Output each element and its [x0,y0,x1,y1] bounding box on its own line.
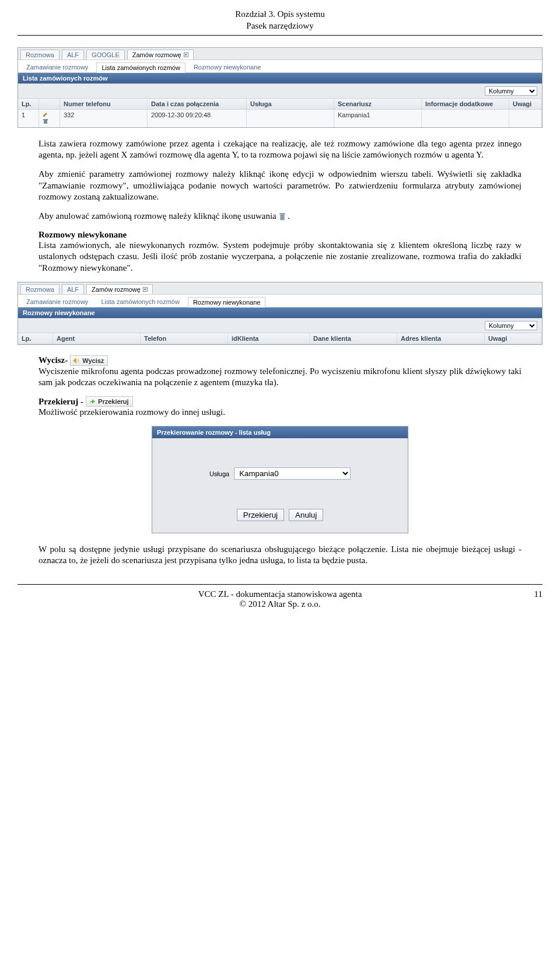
trash-icon[interactable] [43,118,48,124]
sub-tabs: Zamawianie rozmowy Lista zamówionych roz… [18,60,542,73]
paragraph: W polu są dostępne jedynie usługi przypi… [38,544,522,566]
dialog-przekierowanie: Przekierowanie rozmowy - lista usług Usł… [152,426,408,533]
przekieruj-button[interactable]: Przekieruj [237,509,284,521]
main-tabs: Rozmowa ALF GOOGLE Zamów rozmowę × [18,48,542,60]
subtab-niewykonane[interactable]: Rozmowy niewykonane [188,297,266,308]
table-row[interactable]: 1 332 2009-12-30 09:20:48 Kampania1 [18,110,542,127]
paragraph: Możliwość przekierowania rozmowy do inne… [38,407,522,418]
dialog-title: Przekierowanie rozmowy - lista usług [152,427,408,438]
edit-icon[interactable] [43,111,48,117]
tab-alf[interactable]: ALF [62,50,84,60]
paragraph: Aby zmienić parametry zamówionej rozmowy… [38,169,522,202]
subtab-zamawianie[interactable]: Zamawianie rozmowy [22,62,93,72]
page-header: Rozdział 3. Opis systemu Pasek narzędzio… [18,0,542,36]
tab-google[interactable]: GOOGLE [86,50,125,60]
trash-icon [279,212,286,221]
rozmowy-niewykonane-h: Rozmowy niewykonane [38,230,522,240]
table-header: Lp. Agent Telefon idKlienta Dane klienta… [18,333,542,344]
wycisz-button[interactable]: Wycisz [70,355,108,366]
usluga-select[interactable]: Kampania0 [234,467,351,480]
paragraph: Aby anulować zamówioną rozmowę należy kl… [38,211,522,222]
anuluj-button[interactable]: Anuluj [289,509,323,521]
subtab-zamawianie[interactable]: Zamawianie rozmowy [22,297,93,307]
subtab-lista[interactable]: Lista zamówionych rozmów [96,62,186,73]
panel-title: Rozmowy niewykonane [18,308,542,318]
sub-tabs: Zamawianie rozmowy Lista zamówionych roz… [18,294,542,308]
main-tabs: Rozmowa ALF Zamów rozmowę × [18,282,542,294]
svg-rect-3 [279,213,285,214]
tab-zamow-rozmowe[interactable]: Zamów rozmowę × [127,50,194,60]
svg-rect-0 [44,120,47,124]
footer-copy: © 2012 Altar Sp. z o.o. [35,599,525,609]
tab-rozmowa[interactable]: Rozmowa [20,284,60,294]
wycisz-term: Wycisz- Wycisz [38,355,522,366]
speaker-icon [72,357,80,365]
paragraph: Lista zawiera rozmowy zamówione przez ag… [38,138,522,160]
subtab-lista[interactable]: Lista zamówionych rozmów [96,297,184,307]
tab-rozmowa[interactable]: Rozmowa [20,50,60,60]
arrow-icon [88,397,96,406]
przekieruj-button[interactable]: Przekieruj [86,396,133,407]
page-footer: VCC ZL - dokumentacja stanowiskowa agent… [18,584,542,621]
footer-title: VCC ZL - dokumentacja stanowiskowa agent… [35,589,525,599]
close-icon[interactable]: × [184,53,188,57]
panel-title: Lista zamówionych rozmów [18,73,542,83]
kolumny-select[interactable]: Kolumny [485,86,537,96]
screenshot-lista-zamowionych: Rozmowa ALF GOOGLE Zamów rozmowę × Zamaw… [18,47,542,128]
page-number: 11 [525,589,542,609]
svg-rect-2 [280,215,284,221]
kolumny-select[interactable]: Kolumny [485,321,537,330]
screenshot-niewykonane: Rozmowa ALF Zamów rozmowę × Zamawianie r… [18,282,542,345]
section-title: Pasek narzędziowy [18,20,542,32]
table-header: Lp. Numer telefonu Data i czas połączeni… [18,98,542,110]
close-icon[interactable]: × [143,287,148,292]
subtab-niewykonane[interactable]: Rozmowy niewykonane [189,62,266,72]
paragraph: Wyciszenie mikrofonu agenta podczas prow… [38,366,522,388]
tab-alf[interactable]: ALF [62,284,84,294]
usluga-label: Usługa [209,470,229,477]
tab-zamow-rozmowe[interactable]: Zamów rozmowę × [86,284,153,294]
paragraph: Lista zamówionych, ale niewykonanych roz… [38,240,522,274]
chapter-title: Rozdział 3. Opis systemu [18,9,542,20]
svg-rect-1 [43,119,48,120]
przekieruj-term: Przekieruj - Przekieruj [38,396,522,407]
